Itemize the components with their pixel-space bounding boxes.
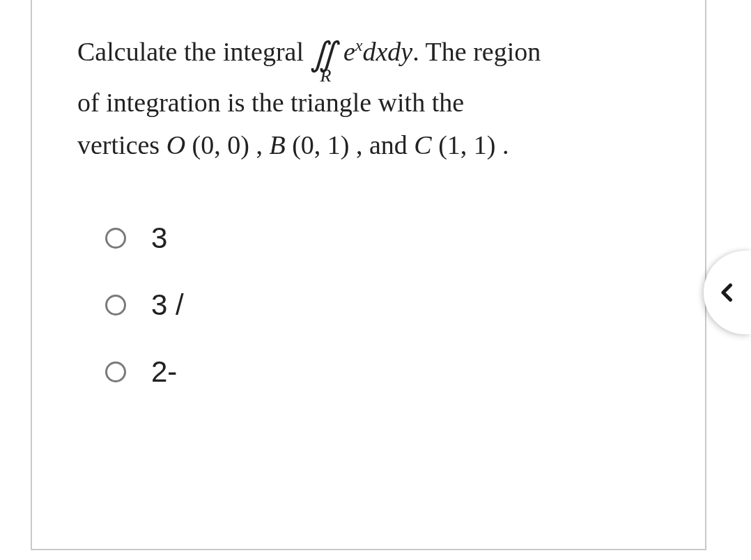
radio-icon[interactable]: [105, 295, 126, 316]
question-line3-start: vertices: [77, 130, 167, 160]
option-3[interactable]: 2-: [105, 355, 660, 389]
option-label: 3 /: [151, 288, 184, 322]
vertex-C: C: [414, 130, 431, 160]
integrand: exdxdy: [343, 37, 412, 66]
options-list: 3 3 / 2-: [105, 221, 660, 389]
question-container: Calculate the integral ∬R exdxdy. The re…: [31, 0, 706, 550]
question-text: Calculate the integral ∬R exdxdy. The re…: [77, 28, 660, 166]
collapse-button[interactable]: [704, 251, 751, 334]
question-part1: Calculate the integral: [77, 37, 310, 66]
integral-region: R: [320, 61, 331, 91]
chevron-left-icon: [715, 280, 740, 305]
radio-icon[interactable]: [105, 361, 126, 382]
vertex-O: O: [167, 130, 185, 160]
integral-expression: ∬R: [310, 28, 336, 81]
question-line2: of integration is the triangle with the: [77, 88, 464, 117]
radio-icon[interactable]: [105, 228, 126, 249]
vertex-B: B: [269, 130, 285, 160]
option-1[interactable]: 3: [105, 221, 660, 255]
option-label: 2-: [151, 355, 177, 389]
option-2[interactable]: 3 /: [105, 288, 660, 322]
question-part2: . The region: [412, 37, 541, 66]
option-label: 3: [151, 221, 167, 255]
